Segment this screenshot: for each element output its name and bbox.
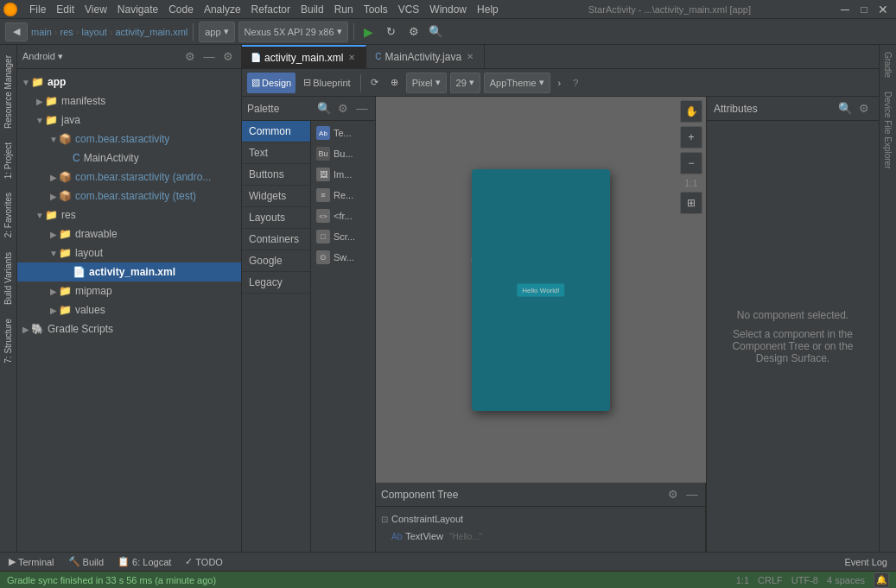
tree-item-package-test[interactable]: ▶ 📦 com.bear.staractivity (test) bbox=[17, 187, 241, 205]
palette-cat-google[interactable]: Google bbox=[242, 250, 310, 272]
notification-btn[interactable]: 🔔 bbox=[874, 572, 889, 588]
blueprint-view-btn[interactable]: ⊟ Blueprint bbox=[299, 73, 354, 93]
tab-activity-main-xml[interactable]: 📄 activity_main.xml ✕ bbox=[242, 45, 366, 69]
zoom-fit-btn[interactable]: ⊞ bbox=[680, 192, 702, 214]
project-panel-settings-btn[interactable]: ⚙ bbox=[182, 49, 198, 65]
left-side-tabs: Resource Manager 1: Project 2: Favorites… bbox=[0, 45, 17, 552]
component-tree-collapse-btn[interactable]: — bbox=[684, 487, 700, 503]
sidebar-favorites[interactable]: 2: Favorites bbox=[1, 186, 16, 244]
comp-item-textview[interactable]: Ab TextView "Hello..." bbox=[376, 528, 705, 545]
palette-search-btn[interactable]: 🔍 bbox=[316, 101, 332, 117]
tree-item-manifests[interactable]: ▶ 📁 manifests bbox=[17, 92, 241, 111]
bottom-logcat[interactable]: 📋 6: Logcat bbox=[114, 556, 175, 567]
palette-item-switch[interactable]: ⊙ Sw... bbox=[311, 247, 375, 268]
project-panel-gear-btn[interactable]: ⚙ bbox=[220, 49, 236, 65]
constraint-btn[interactable]: ⊕ bbox=[386, 73, 403, 93]
tree-item-mipmap[interactable]: ▶ 📁 mipmap bbox=[17, 281, 241, 300]
tree-item-package-main[interactable]: ▼ 📦 com.bear.staractivity bbox=[17, 130, 241, 149]
palette-cat-layouts[interactable]: Layouts bbox=[242, 207, 310, 229]
refresh-btn[interactable]: ↻ bbox=[382, 22, 401, 41]
design-view-btn[interactable]: ▧ Design bbox=[247, 73, 295, 93]
attributes-settings-btn[interactable]: ⚙ bbox=[856, 101, 872, 117]
tree-item-java[interactable]: ▼ 📁 java bbox=[17, 111, 241, 130]
bottom-todo[interactable]: ✓ TODO bbox=[181, 556, 226, 567]
device-selector[interactable]: Nexus 5X API 29 x86 ▾ bbox=[238, 22, 348, 42]
sidebar-structure[interactable]: 7: Structure bbox=[1, 312, 16, 370]
device-dropdown[interactable]: Pixel ▾ bbox=[406, 73, 447, 93]
menu-refactor[interactable]: Refactor bbox=[246, 0, 295, 19]
palette-cat-widgets[interactable]: Widgets bbox=[242, 186, 310, 207]
menu-window[interactable]: Window bbox=[424, 0, 472, 19]
menu-file[interactable]: File bbox=[24, 0, 51, 19]
breadcrumb-main[interactable]: main bbox=[31, 27, 52, 37]
palette-item-recyclerview[interactable]: ≡ Re... bbox=[311, 185, 375, 205]
zoom-in-btn[interactable]: + bbox=[680, 126, 702, 149]
palette-item-fragment[interactable]: <> <fr... bbox=[311, 205, 375, 226]
orientation-btn[interactable]: ⟳ bbox=[366, 73, 383, 93]
palette-item-imageview[interactable]: 🖼 Im... bbox=[311, 164, 375, 185]
bottom-build[interactable]: 🔨 Build bbox=[65, 556, 107, 567]
palette-item-button[interactable]: Bu Bu... bbox=[311, 143, 375, 164]
tab-mainactivity-java-close[interactable]: ✕ bbox=[465, 51, 475, 62]
tree-item-activity-main-xml[interactable]: ▶ 📄 activity_main.xml bbox=[17, 262, 241, 281]
breadcrumb-file[interactable]: activity_main.xml bbox=[116, 27, 188, 37]
restore-btn[interactable]: □ bbox=[855, 0, 874, 19]
search-everywhere-btn[interactable]: 🔍 bbox=[427, 22, 446, 41]
palette-cat-buttons[interactable]: Buttons bbox=[242, 164, 310, 186]
breadcrumb-res[interactable]: res bbox=[60, 27, 73, 37]
minimize-btn[interactable]: ─ bbox=[836, 0, 855, 19]
attributes-search-btn[interactable]: 🔍 bbox=[837, 101, 853, 117]
palette-item-ab-textview[interactable]: Ab Te... bbox=[311, 123, 375, 143]
accessibility-btn[interactable]: ? bbox=[569, 73, 582, 93]
palette-cat-legacy[interactable]: Legacy bbox=[242, 272, 310, 294]
locale-btn[interactable]: › bbox=[554, 73, 566, 93]
component-tree-settings-btn[interactable]: ⚙ bbox=[665, 487, 681, 503]
zoom-out-btn[interactable]: − bbox=[680, 152, 702, 174]
tab-activity-main-xml-close[interactable]: ✕ bbox=[346, 52, 357, 63]
tree-item-mainactivity[interactable]: ▶ C MainActivity bbox=[17, 149, 241, 168]
back-btn[interactable]: ◀ bbox=[5, 22, 28, 41]
tab-mainactivity-java[interactable]: C MainActivity.java ✕ bbox=[366, 45, 485, 69]
sidebar-device-file-explorer[interactable]: Device File Explorer bbox=[880, 85, 895, 175]
palette-cat-common[interactable]: Common bbox=[242, 121, 310, 142]
tree-item-res[interactable]: ▼ 📁 res bbox=[17, 205, 241, 224]
tree-item-app[interactable]: ▼ 📁 app bbox=[17, 73, 241, 92]
run-btn[interactable]: ▶ bbox=[359, 22, 378, 41]
palette-settings-btn[interactable]: ⚙ bbox=[335, 101, 351, 117]
menu-tools[interactable]: Tools bbox=[359, 0, 393, 19]
palette-cat-containers[interactable]: Containers bbox=[242, 229, 310, 250]
palette-item-scrollview[interactable]: □ Scr... bbox=[311, 226, 375, 247]
bottom-event-log[interactable]: Event Log bbox=[841, 557, 891, 567]
menu-edit[interactable]: Edit bbox=[51, 0, 79, 19]
tree-item-layout[interactable]: ▼ 📁 layout bbox=[17, 243, 241, 262]
sidebar-resource-manager[interactable]: Resource Manager bbox=[1, 48, 16, 136]
hand-tool-btn[interactable]: ✋ bbox=[680, 100, 702, 123]
menu-build[interactable]: Build bbox=[295, 0, 329, 19]
sidebar-build-variants[interactable]: Build Variants bbox=[1, 245, 16, 312]
bottom-terminal[interactable]: ▶ Terminal bbox=[5, 556, 58, 567]
menu-help[interactable]: Help bbox=[472, 0, 504, 19]
tree-item-gradle[interactable]: ▶ 🐘 Gradle Scripts bbox=[17, 319, 241, 338]
module-selector[interactable]: app ▾ bbox=[199, 22, 234, 42]
menu-view[interactable]: View bbox=[79, 0, 112, 19]
menu-code[interactable]: Code bbox=[163, 0, 199, 19]
palette-close-btn[interactable]: — bbox=[354, 101, 370, 117]
close-btn[interactable]: ✕ bbox=[874, 0, 893, 19]
project-panel-collapse-btn[interactable]: — bbox=[201, 49, 217, 65]
sidebar-gradle[interactable]: Gradle bbox=[880, 45, 895, 85]
menu-run[interactable]: Run bbox=[329, 0, 359, 19]
canvas-area[interactable]: Hello World! Hello World! ✋ + − 1 bbox=[376, 97, 706, 483]
palette-cat-text[interactable]: Text bbox=[242, 142, 310, 164]
menu-vcs[interactable]: VCS bbox=[393, 0, 425, 19]
api-dropdown[interactable]: 29 ▾ bbox=[450, 73, 480, 93]
tree-item-drawable[interactable]: ▶ 📁 drawable bbox=[17, 224, 241, 243]
theme-dropdown[interactable]: AppTheme ▾ bbox=[484, 73, 550, 93]
comp-item-constraintlayout[interactable]: ⊡ ConstraintLayout bbox=[376, 510, 705, 528]
menu-analyze[interactable]: Analyze bbox=[199, 0, 246, 19]
gradle-sync-btn[interactable]: ⚙ bbox=[404, 22, 423, 41]
tree-item-package-android[interactable]: ▶ 📦 com.bear.staractivity (andro... bbox=[17, 168, 241, 187]
menu-navigate[interactable]: Navigate bbox=[112, 0, 163, 19]
sidebar-project[interactable]: 1: Project bbox=[1, 136, 16, 186]
tree-item-values[interactable]: ▶ 📁 values bbox=[17, 300, 241, 319]
breadcrumb-layout[interactable]: layout bbox=[81, 27, 106, 37]
